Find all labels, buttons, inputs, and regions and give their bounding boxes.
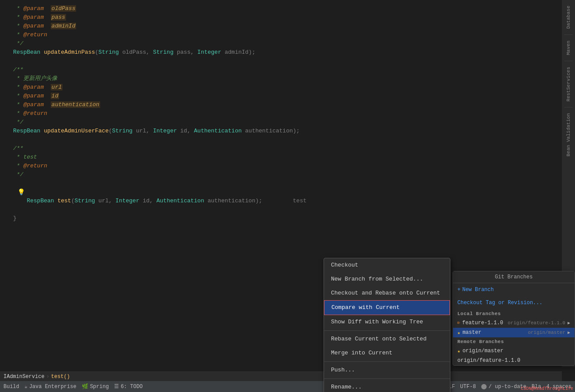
status-encoding[interactable]: UTF-8 xyxy=(460,384,476,390)
menu-separator-2 xyxy=(324,361,450,362)
sidebar-tab-restservices[interactable]: RestServices xyxy=(565,63,572,105)
breadcrumb-method: test() xyxy=(51,374,70,380)
spring-label: Spring xyxy=(90,384,109,390)
breadcrumb: IAdminService › test() xyxy=(0,371,562,381)
sidebar-tab-beanvalidation[interactable]: Bean Validation xyxy=(565,110,572,160)
checkout-tag-label: Checkout Tag or Revision... xyxy=(457,298,542,307)
menu-separator-1 xyxy=(324,330,450,331)
spring-icon: 🌿 xyxy=(82,383,88,390)
menu-item-compare-current[interactable]: Compare with Current xyxy=(324,300,450,315)
branch-item-master[interactable]: ★ master origin/master ▶ xyxy=(453,328,575,337)
branch-item-origin-feature[interactable]: origin/feature-1.1.0 xyxy=(453,356,575,365)
star-icon-origin-master: ★ xyxy=(457,348,460,354)
watermark-text: CSDN@ReadThroughLife xyxy=(521,386,573,391)
git-dot-icon: ⬤ xyxy=(481,383,487,390)
sidebar-tab-maven[interactable]: Maven xyxy=(565,37,572,59)
remote-branches-label: Remote Branches xyxy=(453,337,575,346)
branch-remote-feature: origin/feature-1.1.0 xyxy=(508,320,565,326)
build-label: Build xyxy=(3,384,19,390)
menu-item-checkout-rebase[interactable]: Checkout and Rebase onto Current xyxy=(324,286,450,300)
watermark: CSDN@ReadThroughLife xyxy=(519,385,575,392)
branch-arrow-feature: ▶ xyxy=(568,320,570,326)
java-label: Java Enterprise xyxy=(29,384,77,390)
branch-name-master: master xyxy=(463,330,481,336)
lightbulb-icon: 💡 xyxy=(17,188,25,197)
branch-arrow-master: ▶ xyxy=(568,330,570,335)
menu-item-merge-current[interactable]: Merge into Current xyxy=(324,346,450,360)
menu-item-push[interactable]: Push... xyxy=(324,363,450,377)
status-spring[interactable]: 🌿 Spring xyxy=(82,383,109,390)
new-branch-button[interactable]: + New Branch xyxy=(453,283,575,296)
menu-item-rebase-current[interactable]: Rebase Current onto Selected xyxy=(324,332,450,346)
checkout-tag-button[interactable]: Checkout Tag or Revision... xyxy=(453,296,575,309)
status-bar: Build ☕ Java Enterprise 🌿 Spring ☰ 6: TO… xyxy=(0,381,575,392)
status-java[interactable]: ☕ Java Enterprise xyxy=(24,384,77,390)
breadcrumb-separator: › xyxy=(46,374,49,380)
local-branches-label: Local Branches xyxy=(453,309,575,318)
menu-item-checkout[interactable]: Checkout xyxy=(324,258,450,272)
menu-item-show-diff[interactable]: Show Diff with Working Tree xyxy=(324,315,450,329)
branch-name-origin-master: origin/master xyxy=(463,348,504,354)
branch-name-feature: feature-1.1.0 xyxy=(462,320,503,326)
new-branch-label: New Branch xyxy=(462,285,494,294)
menu-item-rename[interactable]: Rename... xyxy=(324,380,450,392)
git-panel-title: Git Branches xyxy=(453,271,575,283)
star-icon-master: ★ xyxy=(457,330,460,336)
todo-icon: ☰ xyxy=(114,383,119,390)
status-build[interactable]: Build xyxy=(3,384,19,390)
plus-icon: + xyxy=(457,285,460,294)
encoding-label: UTF-8 xyxy=(460,384,476,390)
status-todo[interactable]: ☰ 6: TODO xyxy=(114,383,143,390)
branch-tag-icon: ⌦ xyxy=(457,320,460,326)
menu-item-new-branch-selected[interactable]: New Branch from Selected... xyxy=(324,272,450,286)
branch-item-origin-master[interactable]: ★ origin/master xyxy=(453,346,575,356)
breadcrumb-class: IAdminService xyxy=(3,374,45,380)
todo-label: 6: TODO xyxy=(121,384,143,390)
branch-name-origin-feature: origin/feature-1.1.0 xyxy=(457,357,520,364)
branch-item-feature[interactable]: ⌦ feature-1.1.0 origin/feature-1.1.0 ▶ xyxy=(453,318,575,328)
context-menu: Checkout New Branch from Selected... Che… xyxy=(324,258,450,392)
sidebar-tab-database[interactable]: Database xyxy=(565,2,572,32)
menu-separator-3 xyxy=(324,378,450,379)
java-icon: ☕ xyxy=(24,384,28,389)
git-branches-panel: Git Branches + New Branch Checkout Tag o… xyxy=(453,271,575,366)
branch-remote-master: origin/master xyxy=(528,330,565,335)
